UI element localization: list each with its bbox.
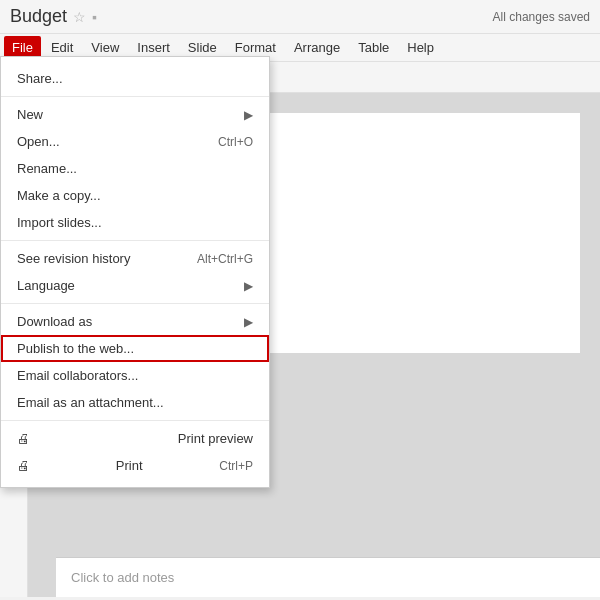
new-arrow: ▶ bbox=[244, 108, 253, 122]
save-status: All changes saved bbox=[493, 10, 590, 24]
menu-share[interactable]: Share... bbox=[1, 65, 269, 92]
menu-table[interactable]: Table bbox=[350, 36, 397, 59]
dropdown-section-print: 🖨 Print preview 🖨 Print Ctrl+P bbox=[1, 421, 269, 483]
print-shortcut: Ctrl+P bbox=[219, 459, 253, 473]
print-preview-label: Print preview bbox=[178, 431, 253, 446]
document-title[interactable]: Budget bbox=[10, 6, 67, 27]
dropdown-section-share-options: Download as ▶ Publish to the web... Emai… bbox=[1, 304, 269, 421]
open-label: Open... bbox=[17, 134, 60, 149]
menu-arrange[interactable]: Arrange bbox=[286, 36, 348, 59]
slide-canvas[interactable] bbox=[260, 113, 580, 353]
dropdown-section-history: See revision history Alt+Ctrl+G Language… bbox=[1, 241, 269, 304]
menu-open[interactable]: Open... Ctrl+O bbox=[1, 128, 269, 155]
new-label: New bbox=[17, 107, 43, 122]
revision-shortcut: Alt+Ctrl+G bbox=[197, 252, 253, 266]
open-shortcut: Ctrl+O bbox=[218, 135, 253, 149]
menu-email-collaborators[interactable]: Email collaborators... bbox=[1, 362, 269, 389]
star-icon[interactable]: ☆ bbox=[73, 9, 86, 25]
menu-print[interactable]: 🖨 Print Ctrl+P bbox=[1, 452, 269, 479]
menu-new[interactable]: New ▶ bbox=[1, 101, 269, 128]
language-label: Language bbox=[17, 278, 75, 293]
language-arrow: ▶ bbox=[244, 279, 253, 293]
publish-web-label: Publish to the web... bbox=[17, 341, 134, 356]
menu-rename[interactable]: Rename... bbox=[1, 155, 269, 182]
print-label: Print bbox=[116, 458, 143, 473]
menu-help[interactable]: Help bbox=[399, 36, 442, 59]
menu-make-copy[interactable]: Make a copy... bbox=[1, 182, 269, 209]
menu-import-slides[interactable]: Import slides... bbox=[1, 209, 269, 236]
notes-area[interactable]: Click to add notes bbox=[56, 557, 600, 597]
menu-email-attachment[interactable]: Email as an attachment... bbox=[1, 389, 269, 416]
file-dropdown: Share... New ▶ Open... Ctrl+O Rename... … bbox=[0, 56, 270, 488]
notes-placeholder: Click to add notes bbox=[71, 570, 174, 585]
dropdown-menu: Share... New ▶ Open... Ctrl+O Rename... … bbox=[0, 56, 270, 488]
share-label: Share... bbox=[17, 71, 63, 86]
menu-download-as[interactable]: Download as ▶ bbox=[1, 308, 269, 335]
make-copy-label: Make a copy... bbox=[17, 188, 101, 203]
import-slides-label: Import slides... bbox=[17, 215, 102, 230]
menu-print-preview[interactable]: 🖨 Print preview bbox=[1, 425, 269, 452]
dropdown-section-share: Share... bbox=[1, 61, 269, 97]
download-as-arrow: ▶ bbox=[244, 315, 253, 329]
dropdown-section-file-ops: New ▶ Open... Ctrl+O Rename... Make a co… bbox=[1, 97, 269, 241]
print-icon: 🖨 bbox=[17, 458, 35, 473]
menu-revision-history[interactable]: See revision history Alt+Ctrl+G bbox=[1, 245, 269, 272]
email-collaborators-label: Email collaborators... bbox=[17, 368, 138, 383]
download-as-label: Download as bbox=[17, 314, 92, 329]
print-preview-icon: 🖨 bbox=[17, 431, 35, 446]
email-attachment-label: Email as an attachment... bbox=[17, 395, 164, 410]
revision-label: See revision history bbox=[17, 251, 130, 266]
rename-label: Rename... bbox=[17, 161, 77, 176]
folder-icon[interactable]: ▪ bbox=[92, 9, 97, 25]
menu-publish-web[interactable]: Publish to the web... bbox=[1, 335, 269, 362]
title-bar: Budget ☆ ▪ All changes saved bbox=[0, 0, 600, 34]
menu-language[interactable]: Language ▶ bbox=[1, 272, 269, 299]
